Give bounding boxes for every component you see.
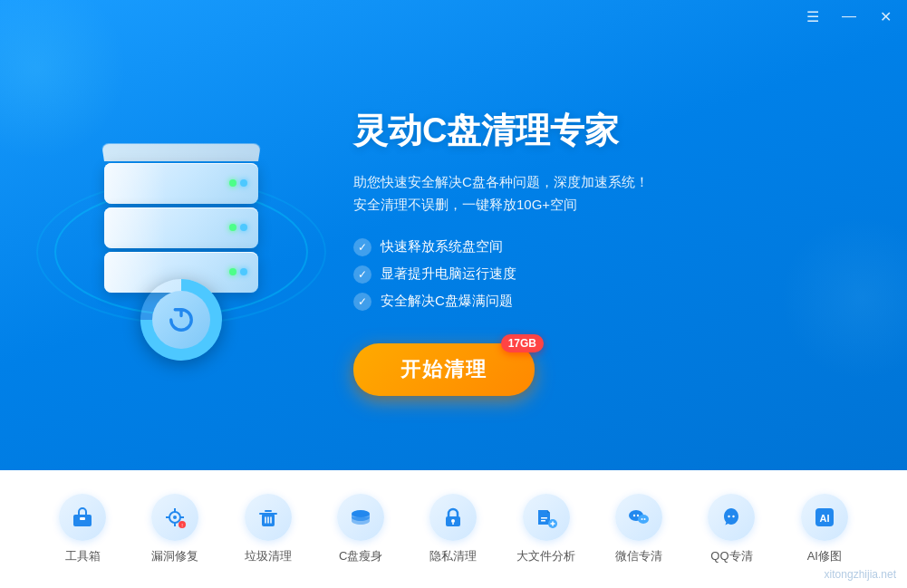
privacy-icon [440, 505, 466, 530]
slim-label: C盘瘦身 [339, 548, 382, 564]
server-illustration [72, 116, 290, 388]
bigfile-label: 大文件分析 [516, 548, 575, 564]
wechat-icon [626, 505, 651, 530]
qq-label: QQ专清 [710, 548, 752, 564]
repair-label: 漏洞修复 [151, 548, 198, 564]
svg-point-23 [633, 515, 635, 516]
tool-item-repair[interactable]: ! 漏洞修复 [139, 494, 211, 564]
svg-rect-18 [541, 517, 547, 519]
svg-rect-19 [541, 520, 545, 522]
qq-icon-wrap [708, 494, 755, 541]
minimize-button[interactable]: — [838, 5, 860, 27]
subtitle-line2: 安全清理不误删，一键释放10G+空间 [353, 193, 853, 217]
subtitle-line1: 助您快速安全解决C盘各种问题，深度加速系统！ [353, 170, 853, 194]
menu-button[interactable]: ☰ [802, 5, 824, 27]
server-unit-2 [104, 207, 258, 248]
app-title: 灵动C盘清理专家 [353, 108, 853, 154]
server-unit-1 [104, 163, 258, 204]
feature-text-1: 快速释放系统盘空间 [381, 238, 503, 255]
feature-item-3: ✓ 安全解决C盘爆满问题 [353, 293, 853, 311]
qq-icon [719, 505, 744, 530]
tool-item-toolbox[interactable]: 工具箱 [46, 494, 119, 564]
gb-badge: 17GB [501, 334, 544, 352]
led-green [229, 179, 236, 187]
check-icon-1: ✓ [353, 238, 371, 256]
repair-icon-wrap: ! [151, 494, 198, 541]
refresh-icon [165, 304, 198, 336]
svg-point-3 [173, 516, 177, 519]
led-green-3 [229, 268, 236, 275]
illustration-area [27, 80, 335, 424]
privacy-icon-wrap [429, 494, 477, 541]
svg-point-25 [642, 518, 643, 520]
svg-point-16 [451, 519, 455, 523]
text-content: 灵动C盘清理专家 助您快速安全解决C盘各种问题，深度加速系统！ 安全清理不误删，… [335, 108, 853, 396]
tool-item-qq[interactable]: QQ专清 [695, 494, 767, 564]
close-button[interactable]: ✕ [874, 5, 896, 27]
app-window: ☰ — ✕ [0, 0, 907, 588]
ai-label: AI修图 [807, 548, 842, 564]
svg-text:AI: AI [819, 513, 829, 524]
feature-list: ✓ 快速释放系统盘空间 ✓ 显著提升电脑运行速度 ✓ 安全解决C盘爆满问题 [353, 238, 853, 311]
tool-item-clean[interactable]: 垃圾清理 [232, 494, 304, 564]
privacy-label: 隐私清理 [429, 548, 477, 564]
led-blue-3 [240, 268, 247, 275]
tool-item-wechat[interactable]: 微信专清 [603, 494, 675, 564]
slim-icon-wrap [337, 494, 384, 541]
feature-item-1: ✓ 快速释放系统盘空间 [353, 238, 853, 256]
svg-rect-0 [73, 515, 92, 526]
progress-circle [140, 279, 222, 361]
server-progress [140, 279, 222, 361]
clean-icon [256, 505, 281, 530]
bigfile-icon [534, 505, 559, 530]
app-subtitle: 助您快速安全解决C盘各种问题，深度加速系统！ 安全清理不误删，一键释放10G+空… [353, 170, 853, 217]
repair-icon: ! [162, 505, 188, 530]
server-stack [100, 143, 263, 296]
clean-icon-wrap [245, 494, 292, 541]
wechat-label: 微信专清 [615, 548, 662, 564]
clean-label: 垃圾清理 [245, 548, 292, 564]
led-green-2 [229, 224, 236, 231]
tool-item-bigfile[interactable]: 大文件分析 [510, 494, 583, 564]
toolbox-icon [70, 505, 95, 530]
tool-item-privacy[interactable]: 隐私清理 [417, 494, 489, 564]
wechat-icon-wrap [615, 494, 662, 541]
feature-text-2: 显著提升电脑运行速度 [381, 265, 516, 283]
ai-icon-wrap: AI [801, 494, 848, 541]
check-icon-3: ✓ [353, 293, 371, 311]
led-blue-2 [240, 224, 247, 231]
tool-item-ai[interactable]: AI AI修图 [788, 494, 861, 564]
feature-text-3: 安全解决C盘爆满问题 [381, 293, 513, 310]
server-top [101, 143, 261, 160]
title-bar: ☰ — ✕ [0, 0, 907, 33]
feature-item-2: ✓ 显著提升电脑运行速度 [353, 265, 853, 284]
ai-icon: AI [812, 505, 837, 530]
start-btn-container: 17GB 开始清理 [353, 343, 535, 396]
main-content: 灵动C盘清理专家 助您快速安全解决C盘各种问题，深度加速系统！ 安全清理不误删，… [0, 33, 907, 470]
svg-point-27 [728, 516, 730, 517]
tool-item-slim[interactable]: C盘瘦身 [324, 494, 397, 564]
progress-inner [152, 291, 210, 349]
toolbox-label: 工具箱 [65, 548, 101, 564]
toolbox-icon-wrap [59, 494, 106, 541]
bigfile-icon-wrap [523, 494, 570, 541]
svg-rect-1 [80, 517, 85, 520]
check-icon-2: ✓ [353, 265, 371, 284]
bottom-toolbar: 工具箱 ! 漏洞修复 [0, 470, 907, 588]
led-blue [240, 179, 247, 187]
svg-point-26 [644, 518, 646, 520]
svg-point-28 [733, 516, 735, 517]
svg-point-24 [637, 515, 639, 516]
slim-icon [348, 505, 373, 530]
svg-point-22 [638, 515, 649, 524]
